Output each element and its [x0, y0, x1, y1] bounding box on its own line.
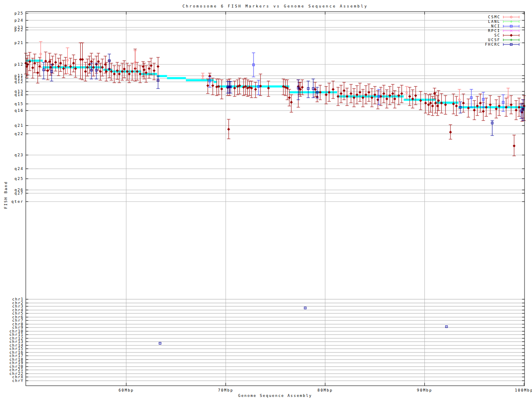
data-point-diamond [88, 63, 91, 66]
data-point-diamond [220, 88, 223, 90]
data-point-diamond [148, 67, 150, 70]
x-tick-label: 90Mbp [417, 388, 432, 392]
data-point-square-dot [471, 97, 471, 98]
data-point-diamond [139, 73, 141, 75]
data-point-square-dot [52, 71, 52, 71]
data-point-diamond [207, 84, 209, 87]
data-point-square-dot [298, 88, 298, 88]
data-point-square-dot [230, 86, 231, 87]
x-tick-label: 100Mbp [515, 388, 532, 392]
legend-label: SC [494, 33, 500, 37]
data-point-square-dot [511, 26, 511, 26]
data-point-diamond [44, 60, 47, 62]
data-point-diamond [72, 62, 75, 64]
legend-label: RPCI [488, 29, 500, 33]
y-tick-label: q15 [15, 102, 24, 106]
legend-label: CSMC [488, 15, 500, 19]
y-tick-label: q24 [15, 167, 24, 171]
legend-label: NCI [491, 24, 500, 28]
data-point-square-dot [317, 92, 317, 92]
y-tick-label: q12 [15, 80, 24, 84]
y-tick-label: p24 [15, 18, 24, 22]
data-point-diamond [455, 105, 458, 107]
data-point-square-dot [91, 70, 91, 70]
y-tick-label: q27 [15, 191, 24, 195]
data-point-diamond [54, 61, 57, 64]
data-point-square-dot [379, 96, 379, 96]
legend-label: UCSF [488, 38, 500, 42]
y-tick-label: p22 [15, 28, 24, 32]
data-point-square-dot [460, 107, 461, 107]
data-point-square-dot [523, 108, 523, 109]
data-point-diamond [431, 105, 434, 107]
data-point-diamond [350, 92, 352, 95]
data-point-square-dot [96, 70, 96, 70]
data-point-square-dot [446, 326, 447, 327]
data-point-diamond [37, 71, 39, 74]
data-point-diamond [34, 62, 36, 64]
fish-marker-chart: Chromosome 6 FISH Markers vs Genome Sequ… [0, 0, 532, 399]
data-point-diamond [227, 128, 230, 131]
data-point-diamond [392, 92, 394, 95]
legend-label: LANL [488, 20, 500, 24]
data-point-diamond [150, 64, 153, 67]
y-tick-label: p25 [15, 11, 24, 15]
data-point-square-dot [160, 343, 160, 343]
data-point-diamond [99, 70, 101, 73]
data-point-diamond [84, 70, 87, 73]
data-point-square-dot [503, 102, 503, 102]
data-point-square-dot [492, 123, 493, 123]
data-point-square-dot [158, 80, 158, 80]
data-point-diamond [386, 98, 388, 100]
data-point-square-dot [109, 60, 109, 61]
y-tick-label: q21 [15, 123, 24, 128]
data-point-diamond [97, 60, 100, 63]
y-tick-label: p12 [15, 62, 24, 66]
data-point-square-dot [483, 99, 483, 99]
data-point-diamond [212, 84, 214, 87]
data-point-square-dot [209, 81, 210, 81]
data-point-diamond [473, 109, 475, 111]
data-point-square-dot [43, 69, 44, 70]
data-point-square-dot [229, 86, 229, 87]
data-point-diamond [290, 101, 293, 103]
data-point-diamond [513, 145, 515, 147]
data-point-diamond [515, 109, 517, 111]
y-tick-label: p21 [15, 41, 24, 45]
data-point-square-dot [313, 88, 313, 89]
y-tick-label: qter [11, 200, 24, 204]
x-tick-label: 60Mbp [118, 388, 134, 392]
data-point-diamond [401, 92, 403, 95]
plot-svg: p25p24p23p22p21p12p11q11q12q13q14q15q16q… [0, 0, 532, 399]
y-tick-label: q25 [15, 177, 24, 181]
data-point-diamond [123, 68, 126, 70]
x-tick-label: 70Mbp [218, 388, 233, 392]
data-point-diamond [382, 92, 385, 95]
data-point-diamond [301, 86, 303, 89]
data-point-diamond [118, 73, 121, 75]
data-point-diamond [332, 88, 334, 91]
data-point-square-dot [227, 86, 228, 87]
y-tick-label: q16 [15, 108, 24, 113]
y-tick-label: q22 [15, 132, 24, 136]
data-point-diamond [113, 73, 116, 75]
data-point-diamond [128, 73, 131, 75]
data-point-diamond [59, 62, 62, 64]
data-point-diamond [288, 96, 291, 99]
data-point-diamond [510, 34, 512, 37]
data-point-square-dot [258, 86, 259, 86]
data-point-square-dot [253, 64, 254, 65]
data-point-diamond [32, 66, 34, 69]
data-point-diamond [394, 98, 396, 100]
data-point-diamond [157, 65, 159, 68]
data-point-diamond [90, 60, 93, 63]
data-point-square-dot [511, 44, 511, 44]
y-tick-label: q23 [15, 153, 24, 157]
data-point-square-dot [521, 111, 521, 111]
data-point-diamond [449, 131, 452, 133]
data-point-diamond [81, 58, 84, 61]
x-tick-label: 80Mbp [318, 388, 333, 392]
y-tick-label: q14 [15, 93, 24, 97]
legend-label: FHCRC [485, 42, 500, 47]
data-point-square-dot [305, 308, 305, 308]
